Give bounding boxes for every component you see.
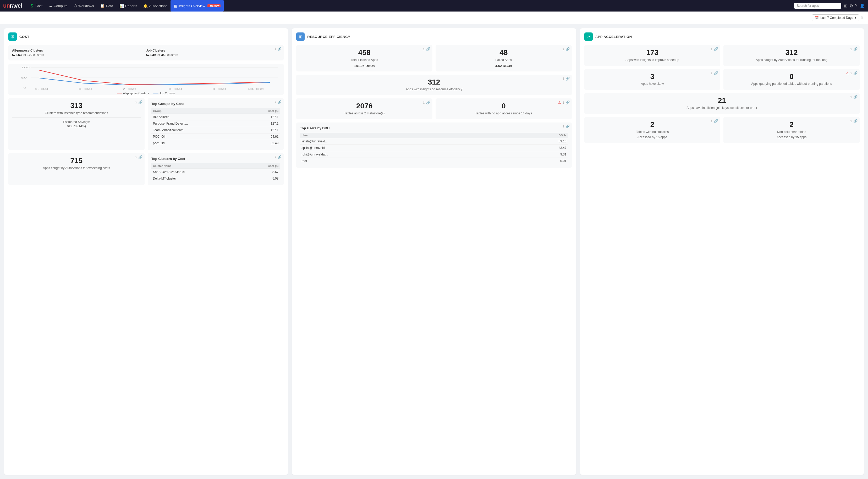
table-row: root0.01 xyxy=(300,158,568,164)
link-icon[interactable]: 🔗 xyxy=(714,119,718,123)
info-icon[interactable]: ℹ xyxy=(850,47,852,51)
nav-reports[interactable]: 📊 Reports xyxy=(116,0,141,11)
nav-data[interactable]: 📋 Data xyxy=(97,0,116,11)
info-icon[interactable]: ℹ xyxy=(861,15,863,20)
cost-panel-icon: $ xyxy=(8,32,17,41)
info-icon[interactable]: ℹ xyxy=(563,77,564,81)
chart-legend: All-purpose Clusters Job Clusters xyxy=(11,92,281,95)
table-row: SaaS-OverSizedJob-cl...8.67 xyxy=(151,169,280,175)
failed-apps-card: ℹ 🔗 48 Failed Apps 4.52 DBUs xyxy=(436,45,572,71)
nav-insights-overview[interactable]: ▦ Insights Overview PREVIEW xyxy=(170,0,224,11)
all-purpose-clusters: All-purpose Clusters $72.63 for 100 clus… xyxy=(12,49,146,57)
info-icon[interactable]: ℹ xyxy=(275,155,276,159)
link-icon[interactable]: 🔗 xyxy=(565,77,570,81)
link-icon[interactable]: 🔗 xyxy=(853,95,858,99)
link-icon[interactable]: 🔗 xyxy=(566,125,570,128)
acceleration-panel-title: APP ACCELERATION xyxy=(595,35,632,39)
cost-chart: 100 50 0 5. Oct 6. Oct 7. Oct 8. Oct 9. … xyxy=(8,64,284,95)
top-clusters-table: Cluster Name Cost ($) SaaS-OverSizedJob-… xyxy=(151,163,280,182)
acceleration-panel-icon: ↗ xyxy=(584,32,593,41)
cloud-icon: ☁ xyxy=(49,4,52,8)
logo[interactable]: unravel xyxy=(3,2,22,9)
info-icon[interactable]: ℹ xyxy=(135,100,137,104)
link-icon[interactable]: 🔗 xyxy=(565,100,570,104)
svg-text:50: 50 xyxy=(21,76,27,79)
info-icon[interactable]: ℹ xyxy=(850,95,852,99)
table-row: Purpose: Fraud Detecti...127.1 xyxy=(151,120,280,127)
info-icon[interactable]: ℹ xyxy=(711,47,712,51)
all-purpose-legend: All-purpose Clusters xyxy=(117,92,149,95)
nav-workflows[interactable]: ⬡ Workflows xyxy=(71,0,97,11)
group-col-header: Group xyxy=(151,108,246,114)
chevron-down-icon: ▾ xyxy=(855,16,856,20)
link-icon[interactable]: 🔗 xyxy=(278,100,282,104)
link-icon[interactable]: 🔗 xyxy=(138,100,143,104)
search-input[interactable] xyxy=(794,3,841,9)
insights-apps-card: ℹ 🔗 312 Apps with insights on resource e… xyxy=(296,74,571,96)
info-icon[interactable]: ℹ xyxy=(711,119,712,123)
nav-right-icons: ⊞ ⚙ ? 👤 xyxy=(844,3,865,8)
warning-icon: ⚠ xyxy=(558,100,561,104)
info-icon[interactable]: ℹ xyxy=(423,100,425,104)
info-icon[interactable]: ℹ xyxy=(563,125,564,128)
tables-metastore-card: ℹ 🔗 2076 Tables across 2 metastore(s) xyxy=(296,98,432,119)
workflow-icon: ⬡ xyxy=(74,4,77,8)
link-icon[interactable]: 🔗 xyxy=(853,119,858,123)
cluster-summary-card: ℹ 🔗 All-purpose Clusters $72.63 for 100 … xyxy=(8,45,284,60)
top-users-table: User DBUs kinala@unraveld...89.16spillai… xyxy=(300,133,568,164)
date-picker[interactable]: 📅 Last 7 Completed Days ▾ xyxy=(812,14,859,21)
help-icon[interactable]: ? xyxy=(855,3,858,8)
partition-apps-card: ⚠ ℹ 🔗 0 Apps querying partitioned tables… xyxy=(723,69,860,90)
nav-autoactions[interactable]: 🔔 AutoActions xyxy=(140,0,170,11)
link-icon[interactable]: 🔗 xyxy=(138,155,143,159)
info-icon[interactable]: ℹ xyxy=(850,119,852,123)
link-icon[interactable]: 🔗 xyxy=(278,47,282,51)
nav-cost[interactable]: 💲 Cost xyxy=(27,0,45,11)
svg-text:10. Oct: 10. Oct xyxy=(247,88,264,90)
info-icon[interactable]: ℹ xyxy=(275,100,276,104)
resource-panel-header: ⊞ RESOURCE EFFICIENCY xyxy=(296,32,571,41)
svg-text:5. Oct: 5. Oct xyxy=(35,88,49,90)
top-users-card: ℹ 🔗 Top Users by DBU User DBUs kinala@un… xyxy=(296,123,571,168)
info-icon[interactable]: ℹ xyxy=(711,71,712,75)
top-groups-card: ℹ 🔗 Top Groups by Cost Group Cost ($) BU… xyxy=(148,98,284,150)
tables-no-stats-card: ℹ 🔗 2 Tables with no statistics Accessed… xyxy=(584,117,720,143)
cost-icon: 💲 xyxy=(30,4,34,8)
resource-panel-title: RESOURCE EFFICIENCY xyxy=(307,35,350,39)
calendar-icon: 📅 xyxy=(815,16,819,20)
info-icon[interactable]: ℹ xyxy=(563,100,564,104)
insights-speedup-card: ℹ 🔗 173 Apps with insights to improve sp… xyxy=(584,45,720,66)
tables-no-access-card: ⚠ ℹ 🔗 0 Tables with no app access since … xyxy=(436,98,572,119)
link-icon[interactable]: 🔗 xyxy=(565,47,570,51)
link-icon[interactable]: 🔗 xyxy=(853,47,858,51)
cost-col-header: Cost ($) xyxy=(246,108,280,114)
svg-text:8. Oct: 8. Oct xyxy=(169,88,183,90)
info-icon[interactable]: ℹ xyxy=(423,47,425,51)
cluster-cost-header: Cost ($) xyxy=(245,163,280,169)
dbu-col-header: DBUs xyxy=(496,133,568,138)
table-row: Delta-MT-cluster5.08 xyxy=(151,175,280,182)
link-icon[interactable]: 🔗 xyxy=(426,47,430,51)
link-icon[interactable]: 🔗 xyxy=(714,71,718,75)
info-icon[interactable]: ℹ xyxy=(275,47,276,51)
user-icon[interactable]: 👤 xyxy=(860,3,865,8)
table-row: Team: Analytical team127.1 xyxy=(151,127,280,133)
info-icon[interactable]: ℹ xyxy=(135,155,137,159)
clusters-recommendations-card: ℹ 🔗 313 Clusters with instance type reco… xyxy=(8,98,145,150)
nav-compute[interactable]: ☁ Compute xyxy=(45,0,71,11)
link-icon[interactable]: 🔗 xyxy=(853,71,858,75)
table-row: poc: Giri32.49 xyxy=(151,140,280,147)
link-icon[interactable]: 🔗 xyxy=(714,47,718,51)
preview-badge: PREVIEW xyxy=(208,4,220,7)
reports-icon: 📊 xyxy=(119,4,124,8)
table-row: kinala@unraveld...89.16 xyxy=(300,138,568,145)
link-icon[interactable]: 🔗 xyxy=(278,155,282,159)
info-icon[interactable]: ℹ xyxy=(563,47,564,51)
grid-icon[interactable]: ⊞ xyxy=(844,3,847,8)
autoactions-long-card: ℹ 🔗 312 Apps caught by AutoActions for r… xyxy=(723,45,860,66)
info-icon[interactable]: ℹ xyxy=(850,71,852,75)
bell-icon: 🔔 xyxy=(143,4,148,8)
link-icon[interactable]: 🔗 xyxy=(426,100,430,104)
settings-icon[interactable]: ⚙ xyxy=(849,3,853,8)
main-content: $ COST ℹ 🔗 All-purpose Clusters $72.63 f… xyxy=(0,24,868,479)
